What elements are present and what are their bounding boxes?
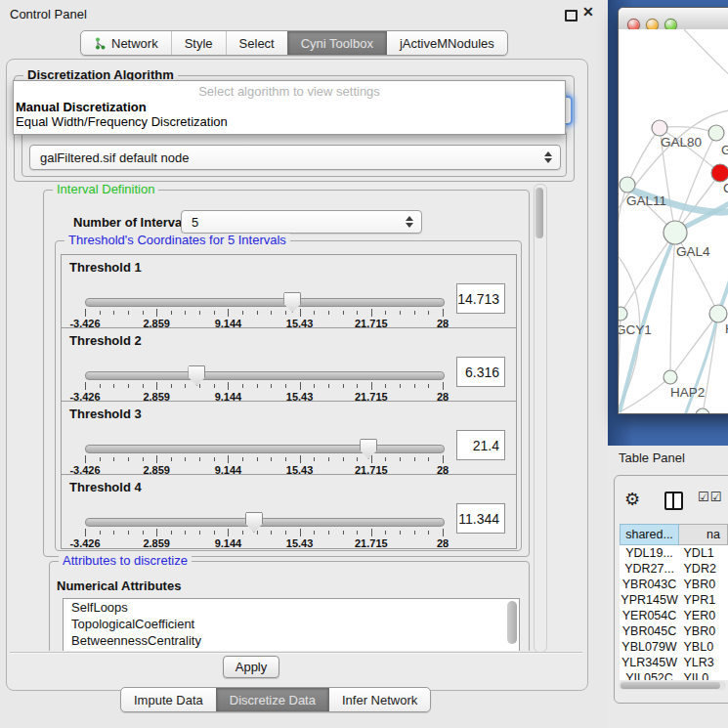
attribute-list-item[interactable]: BetweennessCentrality — [64, 632, 519, 649]
network-node-label: GAL11 — [626, 193, 666, 208]
network-node[interactable] — [620, 177, 635, 193]
apply-button[interactable]: Apply — [223, 656, 279, 678]
table-row[interactable]: YLR345WYLR3 — [621, 655, 728, 670]
threshold-value-field[interactable]: 21.4 — [456, 430, 505, 460]
shared-name-cell[interactable]: YLR345W — [621, 655, 679, 670]
number-of-intervals-label: Number of Intervals — [73, 215, 193, 230]
network-node[interactable] — [711, 164, 728, 182]
table-row[interactable]: YBL079WYBL0 — [621, 639, 728, 655]
name-cell[interactable]: YBR0 — [679, 623, 728, 639]
control-panel-tabbar: NetworkStyleSelectCyni ToolboxjActiveMNo… — [80, 30, 508, 56]
name-cell[interactable]: YBL0 — [679, 639, 728, 655]
name-cell[interactable]: YDL1 — [679, 545, 728, 562]
shared-name-cell[interactable]: YER054C — [621, 608, 679, 623]
slider-track[interactable] — [85, 445, 445, 453]
slider-track[interactable] — [85, 371, 445, 380]
shared-name-cell[interactable]: YPR145W — [621, 592, 679, 608]
combobox-arrows-icon — [406, 216, 413, 228]
table-row[interactable]: YBR045CYBR0 — [621, 623, 728, 639]
shared-name-cell[interactable]: YBR045C — [621, 623, 679, 639]
table-data-combobox[interactable]: galFiltered.sif default node — [29, 145, 561, 170]
tab-infer-network[interactable]: Infer Network — [328, 688, 430, 711]
name-cell[interactable]: YER0 — [679, 608, 728, 623]
table-row[interactable]: YDR27...YDR2 — [621, 561, 728, 577]
threshold-value-field[interactable]: 14.713 — [456, 283, 505, 314]
shared-name-cell[interactable]: YBL079W — [621, 639, 679, 655]
shared-name-cell[interactable]: YDR27... — [621, 561, 679, 577]
table-row[interactable]: YPR145WYPR1 — [621, 592, 728, 608]
tab-select[interactable]: Select — [226, 31, 287, 55]
threshold-value-field[interactable]: 6.316 — [456, 357, 505, 387]
network-node[interactable] — [664, 221, 687, 244]
number-of-intervals-value: 5 — [192, 215, 198, 230]
threshold-label: Threshold 3 — [69, 407, 142, 421]
network-node[interactable] — [619, 307, 627, 321]
slider-ticks — [85, 309, 443, 318]
network-canvas[interactable]: GAL80GACGAL11GAL4GCY1HHAP2 — [619, 29, 728, 413]
network-node-label: C — [723, 181, 728, 195]
column-header-shared-name[interactable]: shared... — [621, 525, 679, 545]
algorithm-dropdown-popup: Select algorithm to view settings Manual… — [13, 80, 566, 135]
control-panel-title: Control Panel — [10, 7, 87, 21]
network-node[interactable] — [652, 120, 667, 136]
name-cell[interactable]: YLR3 — [679, 655, 728, 670]
network-node-label: GAL80 — [661, 135, 702, 150]
network-edge[interactable] — [627, 128, 660, 185]
settings-scroll-viewport: Interval Definition Number of Intervals … — [12, 184, 534, 651]
number-of-intervals-combobox[interactable]: 5 — [181, 210, 422, 234]
name-cell[interactable]: YBR0 — [679, 577, 728, 592]
settings-vertical-scrollbar[interactable] — [534, 184, 547, 653]
network-node-label: GCY1 — [619, 322, 652, 337]
attribute-list-item[interactable]: SelfLoops — [64, 599, 519, 616]
threshold-panel: Threshold 3-3.4262.8599.14415.4321.71528… — [61, 401, 517, 476]
network-edge[interactable] — [718, 239, 728, 314]
algorithm-option[interactable]: Manual Discretization — [16, 100, 563, 114]
name-cell[interactable]: YDR2 — [679, 561, 728, 577]
shared-name-cell[interactable]: YIL052C — [621, 670, 679, 680]
tick-label: 2.859 — [143, 537, 170, 549]
column-checkboxes-icon[interactable]: ☑☑ — [698, 490, 722, 504]
float-window-icon[interactable] — [565, 10, 578, 21]
network-node[interactable] — [709, 305, 727, 322]
network-node[interactable] — [696, 408, 709, 413]
algorithm-option[interactable]: Equal Width/Frequency Discretization — [16, 114, 563, 129]
network-node[interactable] — [664, 370, 677, 384]
tick-label: 21.715 — [355, 537, 388, 549]
tab-cyni-toolbox[interactable]: Cyni Toolbox — [287, 31, 386, 55]
network-edge[interactable] — [684, 29, 728, 87]
tab-discretize-data[interactable]: Discretize Data — [216, 688, 328, 711]
threshold-value-field[interactable]: 11.344 — [456, 503, 505, 534]
numerical-attributes-list[interactable]: SelfLoopsTopologicalCoefficientBetweenne… — [63, 598, 520, 651]
tab-jactivemnodules[interactable]: jActiveMNodules — [386, 31, 507, 55]
attribute-list-item[interactable]: TopologicalCoefficient — [64, 616, 519, 632]
algorithm-placeholder: Select algorithm to view settings — [14, 84, 565, 99]
network-node-label: GA — [721, 143, 728, 157]
shared-name-cell[interactable]: YDL19... — [621, 545, 679, 562]
tab-impute-data[interactable]: Impute Data — [121, 688, 216, 711]
close-icon[interactable]: ✕ — [582, 4, 594, 20]
table-row[interactable]: YIL052CYIL0 — [621, 670, 728, 680]
slider-ticks — [85, 529, 443, 537]
settings-gear-icon[interactable]: ⚙ — [624, 489, 640, 510]
network-node[interactable] — [708, 125, 724, 141]
split-columns-icon[interactable] — [664, 492, 683, 510]
name-cell[interactable]: YPR1 — [679, 592, 728, 608]
table-horizontal-scrollbar[interactable] — [619, 681, 726, 690]
shared-name-cell[interactable]: YBR043C — [621, 577, 679, 592]
table-row[interactable]: YBR043CYBR0 — [621, 577, 728, 592]
table-row[interactable]: YDL19...YDL1 — [621, 545, 728, 562]
network-edge[interactable] — [670, 233, 675, 377]
table-row[interactable]: YER054CYER0 — [621, 608, 728, 623]
column-header-name[interactable]: na — [679, 525, 728, 545]
tab-network[interactable]: Network — [81, 31, 171, 55]
name-cell[interactable]: YIL0 — [679, 670, 728, 680]
tab-style[interactable]: Style — [171, 31, 226, 55]
tick-label: 28 — [437, 537, 449, 549]
slider-track[interactable] — [85, 518, 445, 527]
slider-track[interactable] — [85, 298, 445, 307]
node-table[interactable]: shared... na YDL19...YDL1YDR27...YDR2YBR… — [620, 524, 728, 680]
threshold-panel: Threshold 2-3.4262.8599.14415.4321.71528… — [61, 327, 517, 403]
network-view-window[interactable]: GAL80GACGAL11GAL4GCY1HHAP2 — [618, 7, 728, 414]
tick-label: 9.144 — [215, 537, 242, 549]
list-scrollbar[interactable] — [507, 601, 517, 646]
